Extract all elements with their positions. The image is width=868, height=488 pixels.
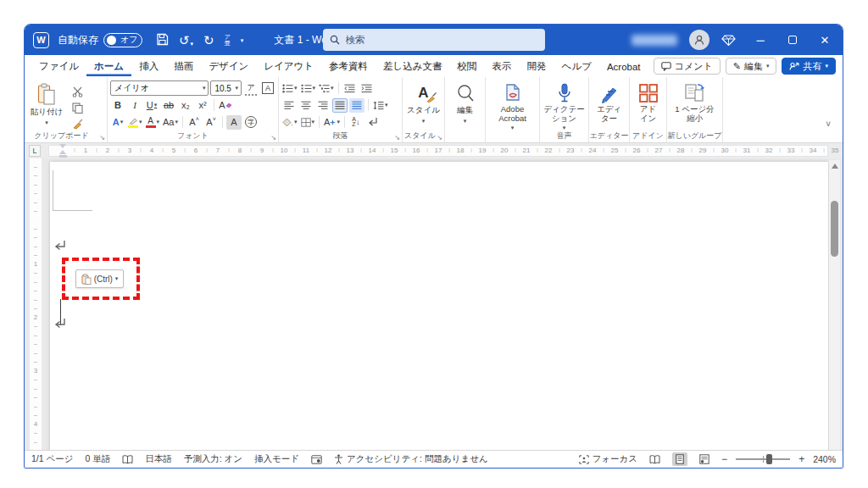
- qat-more-chevron-icon[interactable]: ▾: [241, 37, 244, 43]
- sort-button[interactable]: AZ↓: [348, 115, 364, 130]
- tab-layout[interactable]: レイアウト: [256, 56, 321, 76]
- cut-button[interactable]: [70, 85, 85, 98]
- tab-draw[interactable]: 描画: [166, 56, 201, 76]
- kana-tool-icon[interactable]: ア亜: [225, 34, 231, 46]
- page-indicator[interactable]: 1/1 ページ: [31, 453, 74, 465]
- paragraph-dialog-launcher-icon[interactable]: ↘: [394, 134, 400, 141]
- adobe-acrobat-button[interactable]: Adobe Acrobat▾: [488, 80, 537, 131]
- shading-button[interactable]: ▾: [281, 115, 298, 130]
- font-name-select[interactable]: メイリオ▾: [110, 80, 209, 96]
- diamond-icon[interactable]: [721, 33, 736, 47]
- align-left-button[interactable]: [281, 98, 297, 113]
- autosave-control[interactable]: 自動保存 オフ: [58, 33, 142, 47]
- italic-button[interactable]: I: [127, 98, 142, 113]
- word-count[interactable]: 0 単語: [86, 453, 111, 465]
- search-input[interactable]: [346, 35, 538, 45]
- scrollbar-thumb[interactable]: [831, 201, 838, 257]
- editing-button[interactable]: 編集 ▾: [448, 80, 482, 125]
- shrink-one-page-button[interactable]: 1 ページ分 縮小: [670, 80, 720, 123]
- ruby-button[interactable]: ア: [243, 81, 259, 96]
- print-layout-button[interactable]: [672, 452, 687, 466]
- bold-button[interactable]: B: [110, 98, 125, 113]
- collapse-ribbon-chevron-icon[interactable]: ˅: [826, 119, 831, 129]
- styles-dialog-launcher-icon[interactable]: ↘: [437, 134, 442, 141]
- clipboard-dialog-launcher-icon[interactable]: ↘: [99, 134, 105, 141]
- bullets-button[interactable]: ▾: [281, 81, 298, 96]
- tab-help[interactable]: ヘルプ: [554, 56, 599, 76]
- paste-button[interactable]: 貼り付け ▾: [27, 80, 66, 130]
- document-page[interactable]: [50, 162, 828, 452]
- zoom-out-button[interactable]: −: [721, 453, 727, 465]
- dictation-button[interactable]: ディクテー ション▾: [542, 80, 586, 131]
- undo-button[interactable]: ↺▾: [179, 34, 193, 47]
- close-button[interactable]: ✕: [819, 34, 831, 46]
- tab-home[interactable]: ホーム: [86, 56, 131, 76]
- multilevel-list-button[interactable]: ▾: [318, 81, 335, 96]
- tab-file[interactable]: ファイル: [31, 56, 86, 76]
- decrease-indent-button[interactable]: [342, 81, 358, 96]
- scroll-up-icon[interactable]: [832, 164, 838, 169]
- vertical-scrollbar[interactable]: [829, 160, 840, 452]
- increase-indent-button[interactable]: [359, 81, 375, 96]
- document-area[interactable]: 1234 (Ctrl) ▾: [25, 158, 843, 452]
- tab-references[interactable]: 参考資料: [321, 56, 376, 76]
- tab-developer[interactable]: 開発: [520, 56, 554, 76]
- addins-button[interactable]: アド イン: [632, 80, 664, 123]
- zoom-slider[interactable]: [736, 458, 790, 460]
- avatar[interactable]: [689, 30, 709, 50]
- tab-acrobat[interactable]: Acrobat: [599, 58, 648, 75]
- macro-recording-button[interactable]: [311, 455, 322, 464]
- format-painter-button[interactable]: [70, 117, 85, 130]
- change-case-button[interactable]: Aa▾: [162, 115, 179, 130]
- maximize-button[interactable]: [787, 34, 798, 46]
- tab-design[interactable]: デザイン: [201, 56, 256, 76]
- font-dialog-launcher-icon[interactable]: ↘: [270, 134, 276, 141]
- borders-button[interactable]: ▾: [300, 115, 316, 130]
- align-right-button[interactable]: [315, 98, 331, 113]
- tab-review[interactable]: 校閲: [450, 56, 485, 76]
- styles-button[interactable]: A スタイル ▾: [405, 80, 442, 125]
- distribute-button[interactable]: [349, 98, 364, 113]
- justify-button[interactable]: [332, 98, 348, 113]
- accessibility-status[interactable]: アクセシビリティ: 問題ありません: [334, 453, 488, 465]
- save-icon[interactable]: [156, 33, 169, 47]
- superscript-button[interactable]: x²: [195, 98, 210, 113]
- focus-mode-button[interactable]: フォーカス: [579, 453, 637, 465]
- zoom-level[interactable]: 240%: [813, 454, 836, 464]
- text-effects-button[interactable]: A▾: [110, 115, 125, 130]
- font-size-select[interactable]: 10.5▾: [210, 80, 242, 96]
- tab-insert[interactable]: 挿入: [131, 56, 166, 76]
- autosave-toggle[interactable]: オフ: [103, 33, 142, 47]
- zoom-in-button[interactable]: +: [798, 453, 804, 465]
- numbering-button[interactable]: ▾: [300, 81, 317, 96]
- underline-button[interactable]: U▾: [144, 98, 159, 113]
- editing-mode-button[interactable]: ✎ 編集 ▾: [726, 58, 777, 75]
- horizontal-ruler[interactable]: L |1|2|3|4|5|6|7|8|9|10|11|12|13|14|15|1…: [25, 143, 843, 158]
- vertical-ruler[interactable]: 1234: [30, 158, 42, 452]
- web-layout-button[interactable]: [696, 452, 713, 466]
- show-marks-button[interactable]: [365, 115, 381, 130]
- minimize-button[interactable]: ─: [754, 34, 766, 46]
- word-app-icon[interactable]: W: [33, 32, 49, 48]
- subscript-button[interactable]: x₂: [178, 98, 193, 113]
- align-center-button[interactable]: [298, 98, 314, 113]
- enclose-characters-button[interactable]: 字: [243, 115, 259, 130]
- editor-button[interactable]: エディ ター: [592, 80, 626, 123]
- proofing-status[interactable]: [122, 455, 133, 464]
- asian-layout-button[interactable]: A▾: [323, 115, 341, 130]
- zoom-slider-thumb[interactable]: [766, 454, 772, 464]
- character-shading-button[interactable]: A: [226, 115, 242, 130]
- share-button[interactable]: 共有 ▾: [782, 58, 836, 75]
- font-color-button[interactable]: A ▾: [145, 115, 161, 130]
- clear-formatting-button[interactable]: A: [218, 98, 233, 113]
- grow-font-button[interactable]: A˄: [186, 115, 202, 130]
- comments-button[interactable]: コメント: [654, 58, 721, 75]
- paste-options-button[interactable]: (Ctrl) ▾: [75, 269, 124, 288]
- tab-view[interactable]: 表示: [485, 56, 520, 76]
- highlight-button[interactable]: ▾: [127, 115, 143, 130]
- read-mode-button[interactable]: [646, 453, 664, 466]
- insert-mode-indicator[interactable]: 挿入モード: [254, 453, 299, 465]
- shrink-font-button[interactable]: A˅: [203, 115, 219, 130]
- copy-button[interactable]: [70, 101, 85, 114]
- search-box[interactable]: [323, 29, 545, 51]
